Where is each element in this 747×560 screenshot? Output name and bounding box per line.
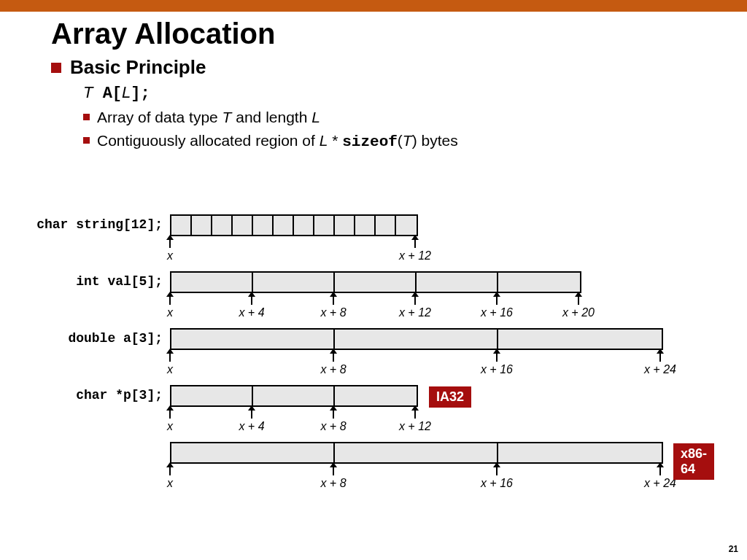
marker-label: x: [167, 420, 173, 433]
marker-label: x + 8: [320, 363, 346, 376]
marker-label: x + 8: [320, 477, 346, 490]
array-box-p32: [170, 385, 418, 407]
array-cell: [335, 443, 498, 462]
array-cell: [171, 443, 335, 462]
badge-x8664: x86-64: [673, 443, 714, 480]
array-cell: [253, 273, 335, 292]
array-cell: [335, 386, 417, 405]
marker-arrow-icon: [578, 296, 579, 305]
marker-label: x + 12: [399, 306, 431, 319]
array-box-string: [170, 214, 418, 236]
accent-bar: [0, 0, 747, 12]
array-cell: [498, 273, 580, 292]
marker-label: x + 24: [644, 477, 676, 490]
array-cell: [212, 216, 233, 235]
array-cell: [171, 273, 253, 292]
marker-arrow-icon: [496, 467, 498, 475]
decl-T: T: [83, 83, 93, 101]
array-cell: [192, 216, 212, 235]
array-cell: [376, 216, 396, 235]
array-cell: [171, 216, 192, 235]
array-cell: [171, 386, 253, 405]
decl-code1: A[: [93, 85, 122, 103]
array-cell: [335, 216, 355, 235]
array-box-val: [170, 271, 581, 293]
small-square-bullet-icon: [83, 114, 90, 120]
marker-arrow-icon: [414, 296, 416, 305]
small-square-bullet-icon: [83, 137, 90, 144]
marker-arrow-icon: [333, 410, 334, 419]
array-cell: [396, 216, 417, 235]
marker-label: x + 20: [562, 306, 595, 319]
marker-label: x + 16: [481, 477, 513, 490]
diagram-a-label: double a[3];: [13, 331, 163, 346]
marker-label: x + 8: [320, 306, 346, 319]
array-cell: [171, 330, 335, 349]
marker-arrow-icon: [659, 467, 661, 475]
bullet-list: Array of data type T and length L Contig…: [83, 107, 747, 153]
array-cell: [355, 216, 376, 235]
marker-arrow-icon: [496, 296, 498, 305]
diagram-p64-box: xx + 8x + 16x + 24: [170, 442, 663, 464]
marker-label: x + 8: [320, 420, 346, 433]
bullet-1: Array of data type T and length L: [83, 107, 747, 128]
marker-label: x + 16: [481, 363, 513, 376]
marker-label: x: [167, 477, 173, 490]
marker-arrow-icon: [414, 239, 416, 248]
slide-title: Array Allocation: [51, 18, 747, 50]
marker-arrow-icon: [169, 239, 171, 248]
square-bullet-icon: [51, 63, 61, 73]
diagram-string-label: char string[12];: [13, 217, 163, 232]
section-heading: Basic Principle: [70, 56, 206, 79]
badge-ia32: IA32: [429, 386, 471, 408]
array-cell: [498, 443, 662, 462]
marker-label: x: [167, 306, 173, 319]
decl-L: L: [122, 83, 131, 101]
marker-arrow-icon: [659, 353, 661, 362]
marker-arrow-icon: [333, 353, 334, 362]
bullet-2: Contiguously allocated region of L * siz…: [83, 131, 747, 152]
marker-arrow-icon: [169, 467, 171, 475]
marker-arrow-icon: [333, 467, 334, 475]
marker-arrow-icon: [251, 296, 252, 305]
array-cell: [417, 273, 498, 292]
diagram-a-box: xx + 8x + 16x + 24: [170, 328, 663, 350]
marker-arrow-icon: [169, 410, 171, 419]
decl-code2: ];: [131, 85, 150, 103]
marker-arrow-icon: [169, 296, 171, 305]
marker-label: x + 24: [644, 363, 676, 376]
marker-arrow-icon: [496, 353, 498, 362]
marker-arrow-icon: [169, 353, 171, 362]
array-cell: [335, 273, 417, 292]
array-cell: [335, 330, 498, 349]
diagram-val-label: int val[5];: [13, 274, 163, 289]
marker-label: x + 4: [239, 306, 264, 319]
diagram-string-box: xx + 12: [170, 214, 418, 236]
array-cell: [253, 386, 335, 405]
page-number: 21: [729, 544, 738, 554]
array-cell: [233, 216, 253, 235]
array-cell: [294, 216, 314, 235]
array-cell: [498, 330, 662, 349]
bullet-1-text: Array of data type T and length L: [97, 107, 320, 128]
diagram-val-box: xx + 4x + 8x + 12x + 16x + 20: [170, 271, 581, 293]
marker-label: x + 4: [239, 420, 264, 433]
content-section: Basic Principle T A[L]; Array of data ty…: [51, 56, 747, 153]
marker-arrow-icon: [414, 410, 416, 419]
array-cell: [314, 216, 335, 235]
marker-label: x: [167, 363, 173, 376]
bullet-2-text: Contiguously allocated region of L * siz…: [97, 131, 458, 152]
marker-arrow-icon: [333, 296, 334, 305]
marker-arrow-icon: [251, 410, 252, 419]
marker-label: x: [167, 249, 173, 262]
diagram-p32-label: char *p[3];: [13, 388, 163, 402]
marker-label: x + 12: [399, 420, 431, 433]
declaration-line: T A[L];: [83, 83, 747, 103]
array-cell: [253, 216, 274, 235]
array-box-a: [170, 328, 663, 350]
array-box-p64: [170, 442, 663, 464]
array-cell: [274, 216, 294, 235]
section-heading-row: Basic Principle: [51, 56, 747, 79]
marker-label: x + 12: [399, 249, 431, 262]
diagram-p32-box: xx + 4x + 8x + 12: [170, 385, 418, 407]
